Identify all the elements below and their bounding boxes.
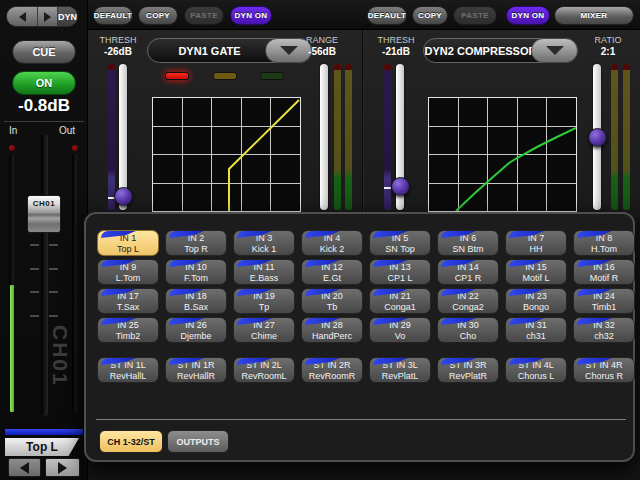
channel-select-button[interactable]: IN 5 SN Top	[369, 230, 431, 256]
channel-label: L.Tom	[98, 273, 158, 284]
channel-label: Conga2	[438, 302, 498, 313]
channel-select-button[interactable]: IN 14 CP1 R	[437, 259, 499, 285]
dyn2-copy-button[interactable]: COPY	[412, 6, 448, 25]
channel-select-button[interactable]: IN 23 Bongo	[505, 288, 567, 314]
channel-select-button[interactable]: ST IN 2R RevRoomR	[301, 357, 363, 383]
dyn2-on-button[interactable]: DYN ON	[506, 6, 550, 25]
input-channel-grid: IN 1 Top L IN 2 Top R IN 3 Kick 1	[97, 230, 635, 343]
dyn2-ratio-label: RATIO	[584, 35, 632, 45]
channel-select-button[interactable]: ST IN 3R RevPlatR	[437, 357, 499, 383]
channel-select-button[interactable]: IN 18 B.Sax	[165, 288, 227, 314]
channel-select-button[interactable]: IN 11 E.Bass	[233, 259, 295, 285]
divider	[4, 121, 84, 122]
in-clip-indicator	[9, 145, 15, 151]
channel-select-button[interactable]: IN 8 H.Tom	[573, 230, 635, 256]
prev-channel-button[interactable]	[8, 458, 41, 477]
channel-select-button[interactable]: IN 12 E.Gt	[301, 259, 363, 285]
channel-select-button[interactable]: IN 21 Conga1	[369, 288, 431, 314]
channel-select-button[interactable]: IN 31 ch31	[505, 317, 567, 343]
channel-select-button[interactable]: ST IN 4L Chorus L	[505, 357, 567, 383]
channel-select-button[interactable]: IN 3 Kick 1	[233, 230, 295, 256]
fader-tick	[49, 268, 58, 270]
channel-select-panel: IN 1 Top L IN 2 Top R IN 3 Kick 1	[84, 212, 635, 462]
dyn1-copy-button[interactable]: COPY	[138, 6, 178, 25]
dyn1-paste-button[interactable]: PASTE	[184, 6, 224, 25]
channel-label: Chime	[234, 331, 294, 342]
clip-indicator	[108, 64, 115, 70]
channel-label: Kick 2	[302, 244, 362, 255]
clip-indicator	[345, 64, 352, 70]
dyn1-thresh-knob[interactable]	[114, 187, 133, 206]
channel-label: HandPerc	[302, 331, 362, 342]
channel-on-button[interactable]: ON	[12, 71, 76, 95]
channel-select-button[interactable]: IN 28 HandPerc	[301, 317, 363, 343]
dyn2-type-dropdown[interactable]: DYN2 COMPRESSOR	[423, 38, 578, 63]
channel-select-button[interactable]: IN 19 Tp	[233, 288, 295, 314]
channel-select-button[interactable]: IN 17 T.Sax	[97, 288, 159, 314]
next-channel-button[interactable]	[45, 458, 80, 477]
dyn2-compressor-graph	[428, 97, 577, 212]
fader-tick	[30, 315, 39, 317]
panel-divider	[362, 30, 364, 218]
mixer-button[interactable]: MIXER	[554, 6, 634, 25]
channel-select-button[interactable]: IN 9 L.Tom	[97, 259, 159, 285]
dropdown-arrow-button[interactable]	[531, 38, 578, 63]
dyn1-on-button[interactable]: DYN ON	[230, 6, 272, 25]
view-nav: DYN	[6, 6, 78, 27]
clip-indicator	[334, 64, 341, 70]
fader-tick	[49, 315, 58, 317]
channel-label: RevPlatR	[438, 371, 498, 382]
dyn-toolbar: DEFAULT COPY PASTE DYN ON DEFAULT COPY P…	[88, 0, 640, 30]
fader-track	[41, 134, 48, 416]
channel-select-button[interactable]: IN 6 SN Btm	[437, 230, 499, 256]
dyn2-thresh-knob[interactable]	[391, 177, 410, 196]
channel-select-button[interactable]: IN 27 Chime	[233, 317, 295, 343]
gate-led-red	[165, 72, 189, 80]
channel-select-button[interactable]: IN 24 Timb1	[573, 288, 635, 314]
tab-ch-1-32-st[interactable]: CH 1-32/ST	[99, 430, 163, 453]
channel-select-button[interactable]: IN 29 Vo	[369, 317, 431, 343]
dyn2-default-button[interactable]: DEFAULT	[367, 6, 407, 25]
channel-name-tag[interactable]: Top L	[5, 438, 79, 456]
channel-select-button[interactable]: IN 4 Kick 2	[301, 230, 363, 256]
fader-tick	[30, 244, 39, 246]
channel-select-button[interactable]: ST IN 2L RevRoomL	[233, 357, 295, 383]
channel-fader-handle[interactable]: CH01	[27, 195, 61, 233]
right-arrow-icon	[44, 12, 51, 22]
dyn2-ratio-knob[interactable]	[588, 128, 607, 147]
chevron-down-icon	[280, 46, 298, 55]
channel-select-button[interactable]: IN 7 HH	[505, 230, 567, 256]
tab-outputs[interactable]: OUTPUTS	[167, 430, 229, 453]
channel-label: Cho	[438, 331, 498, 342]
channel-select-button[interactable]: ST IN 4R Chorus R	[573, 357, 635, 383]
gate-curve	[153, 98, 300, 211]
channel-select-button[interactable]: ST IN 1L RevHallL	[97, 357, 159, 383]
dyn1-type-dropdown[interactable]: DYN1 GATE	[147, 38, 312, 63]
channel-select-button[interactable]: IN 20 Tb	[301, 288, 363, 314]
channel-select-button[interactable]: IN 2 Top R	[165, 230, 227, 256]
channel-label: F.Tom	[166, 273, 226, 284]
channel-select-button[interactable]: IN 1 Top L	[97, 230, 159, 256]
next-view-button[interactable]	[38, 7, 58, 26]
channel-label: SN Btm	[438, 244, 498, 255]
dyn1-range-slider[interactable]	[320, 64, 328, 210]
channel-select-button[interactable]: IN 22 Conga2	[437, 288, 499, 314]
out-meter-label: Out	[59, 125, 75, 136]
st-input-channel-grid: ST IN 1L RevHallL ST IN 1R RevHallR ST I…	[97, 357, 635, 383]
channel-select-button[interactable]: IN 25 Timb2	[97, 317, 159, 343]
dyn1-default-button[interactable]: DEFAULT	[93, 6, 133, 25]
channel-select-button[interactable]: IN 13 CP1 L	[369, 259, 431, 285]
prev-view-button[interactable]	[7, 7, 38, 26]
channel-label: B.Sax	[166, 302, 226, 313]
cue-button[interactable]: CUE	[12, 40, 76, 64]
channel-label: Conga1	[370, 302, 430, 313]
channel-select-button[interactable]: IN 16 Motif R	[573, 259, 635, 285]
channel-select-button[interactable]: ST IN 1R RevHallR	[165, 357, 227, 383]
channel-select-button[interactable]: IN 30 Cho	[437, 317, 499, 343]
dyn2-paste-button[interactable]: PASTE	[453, 6, 497, 25]
channel-select-button[interactable]: IN 26 Djembe	[165, 317, 227, 343]
channel-select-button[interactable]: IN 15 Motif L	[505, 259, 567, 285]
channel-select-button[interactable]: IN 32 ch32	[573, 317, 635, 343]
channel-select-button[interactable]: ST IN 3L RevPlatL	[369, 357, 431, 383]
channel-select-button[interactable]: IN 10 F.Tom	[165, 259, 227, 285]
